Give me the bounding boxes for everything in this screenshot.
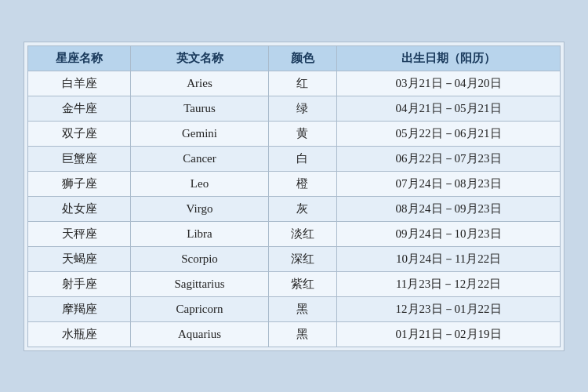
cell-date: 11月23日－12月22日	[337, 271, 561, 296]
cell-chinese: 白羊座	[28, 71, 131, 96]
cell-date: 06月22日－07月23日	[337, 146, 561, 171]
table-row: 射手座Sagittarius紫红11月23日－12月22日	[28, 271, 561, 296]
cell-date: 07月24日－08月23日	[337, 171, 561, 196]
cell-color: 深红	[268, 246, 337, 271]
cell-chinese: 天蝎座	[28, 246, 131, 271]
cell-color: 黑	[268, 321, 337, 347]
table-row: 金牛座Taurus绿04月21日－05月21日	[28, 96, 561, 121]
cell-chinese: 处女座	[28, 196, 131, 221]
cell-date: 05月22日－06月21日	[337, 121, 561, 146]
cell-chinese: 狮子座	[28, 171, 131, 196]
table-row: 水瓶座Aquarius黑01月21日－02月19日	[28, 321, 561, 347]
cell-color: 淡红	[268, 221, 337, 246]
cell-color: 紫红	[268, 271, 337, 296]
cell-chinese: 天秤座	[28, 221, 131, 246]
table-row: 巨蟹座Cancer白06月22日－07月23日	[28, 146, 561, 171]
cell-english: Gemini	[131, 121, 268, 146]
zodiac-table-container: 星座名称 英文名称 颜色 出生日期（阳历） 白羊座Aries红03月21日－04…	[24, 42, 564, 351]
cell-date: 01月21日－02月19日	[337, 321, 561, 347]
cell-english: Capricorn	[131, 296, 268, 321]
cell-date: 12月23日－01月22日	[337, 296, 561, 321]
cell-color: 黑	[268, 296, 337, 321]
cell-english: Leo	[131, 171, 268, 196]
table-row: 天秤座Libra淡红09月24日－10月23日	[28, 221, 561, 246]
table-header-row: 星座名称 英文名称 颜色 出生日期（阳历）	[28, 45, 561, 71]
cell-chinese: 射手座	[28, 271, 131, 296]
table-row: 摩羯座Capricorn黑12月23日－01月22日	[28, 296, 561, 321]
table-row: 狮子座Leo橙07月24日－08月23日	[28, 171, 561, 196]
header-color: 颜色	[268, 45, 337, 71]
cell-english: Cancer	[131, 146, 268, 171]
cell-color: 红	[268, 71, 337, 96]
cell-date: 09月24日－10月23日	[337, 221, 561, 246]
cell-color: 白	[268, 146, 337, 171]
cell-chinese: 双子座	[28, 121, 131, 146]
table-body: 白羊座Aries红03月21日－04月20日金牛座Taurus绿04月21日－0…	[28, 71, 561, 347]
header-english-name: 英文名称	[131, 45, 268, 71]
cell-chinese: 水瓶座	[28, 321, 131, 347]
table-row: 双子座Gemini黄05月22日－06月21日	[28, 121, 561, 146]
cell-english: Virgo	[131, 196, 268, 221]
cell-english: Scorpio	[131, 246, 268, 271]
cell-date: 04月21日－05月21日	[337, 96, 561, 121]
cell-color: 黄	[268, 121, 337, 146]
cell-chinese: 巨蟹座	[28, 146, 131, 171]
zodiac-table: 星座名称 英文名称 颜色 出生日期（阳历） 白羊座Aries红03月21日－04…	[27, 45, 561, 347]
cell-english: Taurus	[131, 96, 268, 121]
header-birthdate: 出生日期（阳历）	[337, 45, 561, 71]
cell-english: Libra	[131, 221, 268, 246]
cell-color: 绿	[268, 96, 337, 121]
cell-english: Aries	[131, 71, 268, 96]
cell-chinese: 摩羯座	[28, 296, 131, 321]
cell-date: 03月21日－04月20日	[337, 71, 561, 96]
cell-color: 橙	[268, 171, 337, 196]
cell-color: 灰	[268, 196, 337, 221]
header-chinese-name: 星座名称	[28, 45, 131, 71]
table-row: 处女座Virgo灰08月24日－09月23日	[28, 196, 561, 221]
table-row: 白羊座Aries红03月21日－04月20日	[28, 71, 561, 96]
cell-english: Sagittarius	[131, 271, 268, 296]
cell-chinese: 金牛座	[28, 96, 131, 121]
cell-date: 10月24日－11月22日	[337, 246, 561, 271]
cell-english: Aquarius	[131, 321, 268, 347]
cell-date: 08月24日－09月23日	[337, 196, 561, 221]
table-row: 天蝎座Scorpio深红10月24日－11月22日	[28, 246, 561, 271]
